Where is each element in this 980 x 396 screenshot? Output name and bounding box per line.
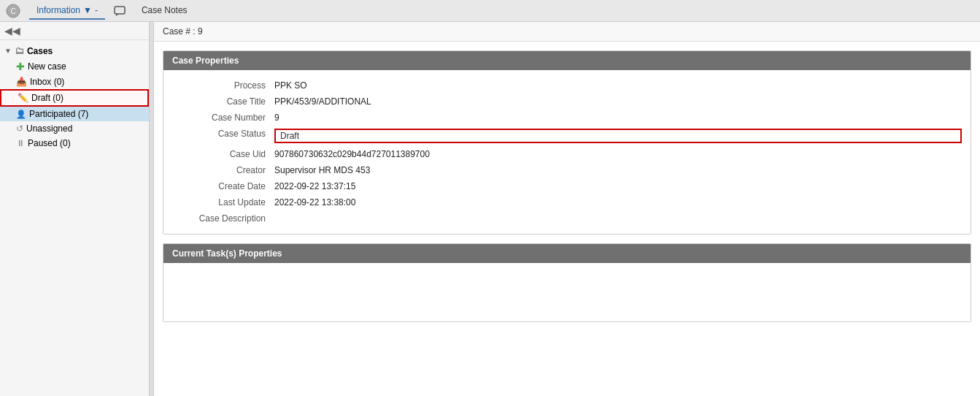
sidebar: ◀◀ ▼ 🗂 Cases ✚ New case 📥 Inbox (0) ✏️	[0, 22, 150, 396]
case-number-field-label: Case Number	[172, 113, 274, 123]
main-layout: ◀◀ ▼ 🗂 Cases ✚ New case 📥 Inbox (0) ✏️	[0, 22, 980, 396]
collapse-sidebar-button[interactable]: ◀◀	[4, 25, 20, 37]
sidebar-tree: ▼ 🗂 Cases ✚ New case 📥 Inbox (0) ✏️ Draf…	[0, 40, 149, 396]
prop-row-case-description: Case Description	[163, 210, 971, 226]
paused-label: Paused (0)	[28, 138, 71, 148]
inbox-label: Inbox (0)	[30, 77, 64, 87]
case-status-value: Draft	[274, 129, 962, 143]
draft-label: Draft (0)	[31, 93, 63, 103]
participated-label: Participated (7)	[29, 109, 88, 119]
paused-icon: ⏸	[16, 138, 25, 148]
content-area: Case # : 9 Case Properties Process PPK S…	[154, 22, 980, 396]
case-uid-label: Case Uid	[172, 149, 274, 159]
case-uid-value: 907860730632c029b44d727011389700	[274, 149, 962, 159]
case-number-bar: Case # : 9	[154, 22, 980, 42]
new-case-label: New case	[28, 61, 66, 72]
sidebar-item-unassigned[interactable]: ↺ Unassigned	[0, 121, 149, 136]
sidebar-item-cases[interactable]: ▼ 🗂 Cases	[0, 43, 149, 58]
sidebar-item-participated[interactable]: 👤 Participated (7)	[0, 107, 149, 121]
case-description-label: Case Description	[172, 213, 274, 224]
unassigned-icon: ↺	[16, 123, 23, 134]
separator: -	[95, 5, 98, 15]
prop-row-last-update: Last Update 2022-09-22 13:38:00	[163, 194, 971, 210]
information-label: Information	[36, 5, 80, 15]
case-number-value: 9	[274, 113, 962, 123]
case-properties-header: Case Properties	[163, 51, 971, 70]
triangle-down-icon: ▼	[4, 47, 12, 55]
case-properties-panel: Case Properties Process PPK SO Case Titl…	[163, 50, 971, 235]
case-status-label: Case Status	[172, 129, 274, 139]
participated-icon: 👤	[16, 110, 26, 119]
process-value: PPK SO	[274, 80, 962, 91]
create-date-label: Create Date	[172, 181, 274, 191]
prop-row-case-number: Case Number 9	[163, 110, 971, 126]
cases-label: Cases	[27, 46, 53, 56]
sidebar-item-inbox[interactable]: 📥 Inbox (0)	[0, 75, 149, 89]
prop-row-case-title: Case Title PPK/453/9/ADDITIONAL	[163, 94, 971, 110]
sidebar-item-new-case[interactable]: ✚ New case	[0, 58, 149, 75]
sidebar-header: ◀◀	[0, 22, 149, 40]
folder-icon: 🗂	[15, 45, 24, 56]
prop-row-case-uid: Case Uid 907860730632c029b44d72701138970…	[163, 146, 971, 162]
current-tasks-panel: Current Task(s) Properties	[163, 243, 971, 322]
case-notes-tab[interactable]: Case Notes	[134, 2, 195, 20]
information-menu[interactable]: Information ▼ -	[29, 2, 105, 20]
draft-icon: ✏️	[18, 93, 28, 103]
svg-marker-3	[116, 14, 119, 16]
process-label: Process	[172, 80, 274, 91]
case-notes-label: Case Notes	[142, 5, 188, 15]
current-tasks-header: Current Task(s) Properties	[163, 244, 971, 263]
case-properties-body: Process PPK SO Case Title PPK/453/9/ADDI…	[163, 70, 971, 234]
last-update-value: 2022-09-22 13:38:00	[274, 197, 962, 207]
prop-row-case-status: Case Status Draft	[163, 126, 971, 146]
last-update-label: Last Update	[172, 197, 274, 207]
create-date-value: 2022-09-22 13:37:15	[274, 181, 962, 191]
sidebar-item-paused[interactable]: ⏸ Paused (0)	[0, 136, 149, 151]
current-tasks-body	[163, 263, 971, 321]
creator-label: Creator	[172, 165, 274, 175]
case-title-label: Case Title	[172, 96, 274, 107]
top-bar: C Information ▼ - Case Notes	[0, 0, 980, 22]
prop-row-process: Process PPK SO	[163, 77, 971, 94]
information-arrow: ▼	[83, 5, 92, 15]
prop-row-create-date: Create Date 2022-09-22 13:37:15	[163, 178, 971, 194]
prop-row-creator: Creator Supervisor HR MDS 453	[163, 162, 971, 178]
creator-value: Supervisor HR MDS 453	[274, 165, 962, 175]
app-logo-icon: C	[6, 4, 20, 18]
properties-area: Case Properties Process PPK SO Case Titl…	[154, 42, 980, 396]
case-number-label: Case # : 9	[163, 26, 203, 37]
svg-rect-2	[115, 7, 125, 14]
inbox-icon: 📥	[16, 77, 27, 87]
svg-text:C: C	[10, 7, 15, 15]
sidebar-item-draft[interactable]: ✏️ Draft (0)	[0, 89, 149, 107]
unassigned-label: Unassigned	[26, 123, 72, 134]
case-title-value: PPK/453/9/ADDITIONAL	[274, 96, 962, 107]
comment-icon	[114, 5, 126, 17]
new-case-icon: ✚	[16, 61, 25, 72]
